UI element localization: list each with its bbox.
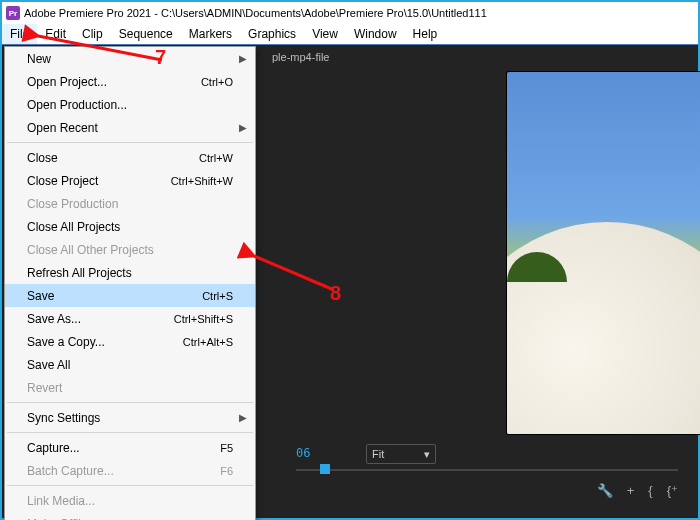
menu-item-label: Revert	[27, 381, 62, 395]
menu-item-make-offline: Make Offline...	[5, 512, 255, 520]
menu-item-close-production: Close Production	[5, 192, 255, 215]
file-menu-dropdown: New▶Open Project...Ctrl+OOpen Production…	[4, 46, 256, 520]
menu-separator	[7, 142, 253, 143]
menu-item-label: Close All Projects	[27, 220, 120, 234]
annotation-7: 7	[155, 46, 166, 69]
menu-item-label: Refresh All Projects	[27, 266, 132, 280]
fit-dropdown[interactable]: Fit ▾	[366, 444, 436, 464]
menu-item-label: Save	[27, 289, 54, 303]
menu-item-revert: Revert	[5, 376, 255, 399]
arrow-7	[32, 30, 172, 73]
menu-item-label: Make Offline...	[27, 517, 104, 521]
menu-item-label: Link Media...	[27, 494, 95, 508]
menu-item-label: Save As...	[27, 312, 81, 326]
menu-item-shortcut: F6	[220, 465, 233, 477]
menu-markers[interactable]: Markers	[181, 24, 240, 44]
add-marker-icon[interactable]: +	[627, 483, 635, 498]
menu-item-label: Close All Other Projects	[27, 243, 154, 257]
menu-item-label: Open Recent	[27, 121, 98, 135]
menu-window[interactable]: Window	[346, 24, 405, 44]
menu-item-save-all[interactable]: Save All	[5, 353, 255, 376]
menu-item-open-project[interactable]: Open Project...Ctrl+O	[5, 70, 255, 93]
menu-item-open-production[interactable]: Open Production...	[5, 93, 255, 116]
app-icon: Pr	[6, 6, 20, 20]
chevron-right-icon: ▶	[239, 53, 247, 64]
menu-item-shortcut: Ctrl+Shift+W	[171, 175, 233, 187]
menu-item-open-recent[interactable]: Open Recent▶	[5, 116, 255, 139]
menu-separator	[7, 485, 253, 486]
menu-item-shortcut: Ctrl+O	[201, 76, 233, 88]
menu-item-shortcut: Ctrl+W	[199, 152, 233, 164]
fit-label: Fit	[372, 448, 384, 460]
menu-item-label: Sync Settings	[27, 411, 100, 425]
menu-item-label: Close Project	[27, 174, 98, 188]
menu-item-label: Close Production	[27, 197, 118, 211]
menu-item-batch-capture: Batch Capture...F6	[5, 459, 255, 482]
menu-item-label: Save All	[27, 358, 70, 372]
in-point-icon[interactable]: {	[648, 483, 652, 498]
menu-item-save[interactable]: SaveCtrl+S	[5, 284, 255, 307]
window-title: Adobe Premiere Pro 2021 - C:\Users\ADMIN…	[24, 7, 487, 19]
menu-item-save-a-copy[interactable]: Save a Copy...Ctrl+Alt+S	[5, 330, 255, 353]
video-frame[interactable]	[507, 72, 700, 434]
menu-item-capture[interactable]: Capture...F5	[5, 436, 255, 459]
menu-item-label: Open Production...	[27, 98, 127, 112]
menu-item-link-media: Link Media...	[5, 489, 255, 512]
menu-item-label: Save a Copy...	[27, 335, 105, 349]
chevron-right-icon: ▶	[239, 122, 247, 133]
out-point-icon[interactable]: {⁺	[667, 483, 678, 498]
menu-separator	[7, 432, 253, 433]
program-tab[interactable]: ple-mp4-file	[262, 46, 339, 68]
menu-help[interactable]: Help	[405, 24, 446, 44]
svg-line-1	[254, 256, 334, 290]
menu-item-refresh-all-projects[interactable]: Refresh All Projects	[5, 261, 255, 284]
chevron-right-icon: ▶	[239, 412, 247, 423]
menu-item-shortcut: Ctrl+S	[202, 290, 233, 302]
menu-item-save-as[interactable]: Save As...Ctrl+Shift+S	[5, 307, 255, 330]
menu-item-label: Close	[27, 151, 58, 165]
menu-item-close-all-projects[interactable]: Close All Projects	[5, 215, 255, 238]
titlebar: Pr Adobe Premiere Pro 2021 - C:\Users\AD…	[2, 2, 698, 24]
menu-item-shortcut: Ctrl+Shift+S	[174, 313, 233, 325]
menu-item-label: Batch Capture...	[27, 464, 114, 478]
timecode[interactable]: 06	[296, 446, 310, 460]
program-controls: 06 Fit ▾ 🔧 + { {⁺	[262, 446, 690, 506]
time-ruler[interactable]	[296, 466, 678, 474]
menu-item-shortcut: Ctrl+Alt+S	[183, 336, 233, 348]
menu-item-sync-settings[interactable]: Sync Settings▶	[5, 406, 255, 429]
menu-item-close[interactable]: CloseCtrl+W	[5, 146, 255, 169]
annotation-8: 8	[330, 282, 341, 305]
menu-item-label: Capture...	[27, 441, 80, 455]
chevron-down-icon: ▾	[424, 448, 430, 461]
menu-item-close-project[interactable]: Close ProjectCtrl+Shift+W	[5, 169, 255, 192]
playhead-icon[interactable]	[320, 464, 330, 474]
menu-item-close-all-other-projects: Close All Other Projects	[5, 238, 255, 261]
menu-view[interactable]: View	[304, 24, 346, 44]
menu-item-label: Open Project...	[27, 75, 107, 89]
menu-separator	[7, 402, 253, 403]
menu-graphics[interactable]: Graphics	[240, 24, 304, 44]
svg-line-0	[38, 36, 162, 60]
wrench-icon[interactable]: 🔧	[597, 483, 613, 498]
menu-item-shortcut: F5	[220, 442, 233, 454]
